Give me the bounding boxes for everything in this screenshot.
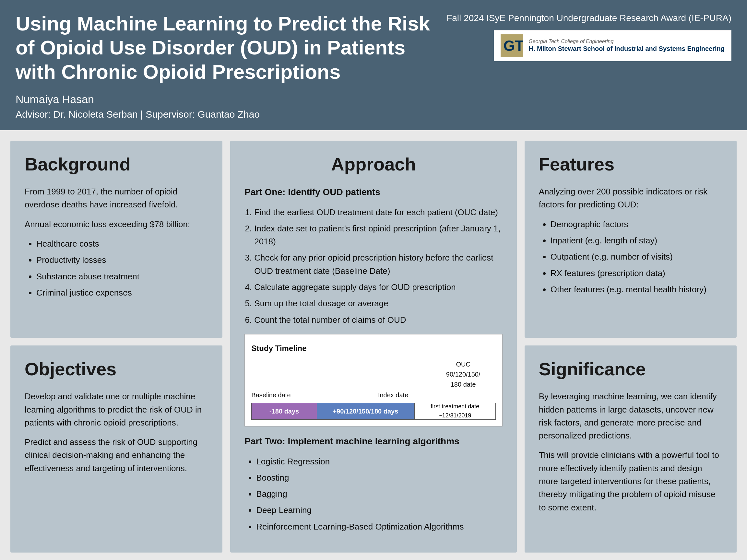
background-list: Healthcare costs Productivity losses Sub… bbox=[25, 237, 208, 299]
features-body: Analyzing over 200 possible indicators o… bbox=[539, 185, 722, 296]
advisor-info: Advisor: Dr. Nicoleta Serban | Superviso… bbox=[16, 109, 446, 120]
background-para1: From 1999 to 2017, the number of opioid … bbox=[25, 185, 208, 211]
significance-title: Significance bbox=[539, 358, 722, 379]
college-name: Georgia Tech College of Engineering bbox=[529, 38, 725, 45]
gt-logo-icon: GT bbox=[500, 34, 523, 57]
header-right: Fall 2024 ISyE Pennington Undergraduate … bbox=[446, 12, 731, 61]
list-item: Substance abuse treatment bbox=[36, 270, 208, 283]
index-label: Index date bbox=[378, 390, 408, 400]
timeline-labels: Baseline date Index date bbox=[251, 390, 495, 400]
list-item: Deep Learning bbox=[256, 504, 502, 516]
list-item: Other features (e.g. mental health histo… bbox=[550, 283, 722, 296]
background-card: Background From 1999 to 2017, the number… bbox=[10, 141, 223, 338]
part1-heading: Part One: Identify OUD patients bbox=[244, 185, 502, 199]
list-item: Bagging bbox=[256, 487, 502, 500]
features-title: Features bbox=[539, 154, 722, 175]
approach-body: Part One: Identify OUD patients Find the… bbox=[244, 185, 502, 533]
features-card: Features Analyzing over 200 possible ind… bbox=[524, 141, 737, 338]
approach-card: Approach Part One: Identify OUD patients… bbox=[230, 141, 516, 553]
list-item: Outpatient (e.g. number of visits) bbox=[550, 250, 722, 263]
list-item: Demographic factors bbox=[550, 218, 722, 231]
significance-para1: By leveraging machine learning, we can i… bbox=[539, 390, 722, 442]
list-item: Healthcare costs bbox=[36, 237, 208, 250]
features-list: Demographic factors Inpatient (e.g. leng… bbox=[539, 218, 722, 296]
list-item: Productivity losses bbox=[36, 254, 208, 266]
bar-purple: -180 days bbox=[252, 403, 317, 419]
ouc-dates-label: 90/120/150/ bbox=[446, 371, 481, 378]
header-left: Using Machine Learning to Predict the Ri… bbox=[16, 12, 446, 120]
part1-steps: Find the earliest OUD treatment date for… bbox=[244, 206, 502, 326]
significance-card: Significance By leveraging machine learn… bbox=[524, 345, 737, 553]
objectives-card: Objectives Develop and validate one or m… bbox=[10, 345, 223, 553]
main-content: Background From 1999 to 2017, the number… bbox=[0, 130, 747, 560]
timeline-bars: -180 days +90/120/150/180 days first tre… bbox=[251, 403, 495, 420]
background-para2: Annual economic loss exceeding $78 billi… bbox=[25, 218, 208, 231]
objectives-para2: Predict and assess the risk of OUD suppo… bbox=[25, 435, 208, 475]
list-item: Logistic Regression bbox=[256, 455, 502, 468]
logo-box: GT Georgia Tech College of Engineering H… bbox=[494, 30, 731, 61]
list-item: Criminal justice expenses bbox=[36, 286, 208, 299]
part2-heading: Part Two: Implement machine learning alg… bbox=[244, 434, 502, 448]
logo-text: Georgia Tech College of Engineering H. M… bbox=[529, 38, 725, 53]
list-item: Reinforcement Learning-Based Optimizatio… bbox=[256, 520, 502, 533]
author-name: Numaiya Hasan bbox=[16, 93, 446, 106]
background-title: Background bbox=[25, 154, 208, 175]
approach-title: Approach bbox=[244, 154, 502, 175]
list-item: Sum up the total dosage or average bbox=[254, 297, 502, 310]
list-item: Inpatient (e.g. length of stay) bbox=[550, 234, 722, 247]
award-text: Fall 2024 ISyE Pennington Undergraduate … bbox=[446, 12, 731, 24]
timeline-title: Study Timeline bbox=[251, 342, 495, 354]
school-name: H. Milton Stewart School of Industrial a… bbox=[529, 45, 725, 53]
bar-white: first treatment date ~12/31/2019 bbox=[414, 403, 495, 419]
list-item: Index date set to patient's first opioid… bbox=[254, 222, 502, 248]
list-item: Boosting bbox=[256, 471, 502, 484]
timeline-diagram: Study Timeline OUC 90/120/150/ 180 date … bbox=[244, 334, 502, 426]
header: Using Machine Learning to Predict the Ri… bbox=[0, 0, 747, 130]
objectives-title: Objectives bbox=[25, 358, 208, 379]
significance-para2: This will provide clinicians with a powe… bbox=[539, 449, 722, 514]
list-item: Count the total number of claims of OUD bbox=[254, 313, 502, 326]
baseline-label: Baseline date bbox=[251, 390, 290, 400]
significance-body: By leveraging machine learning, we can i… bbox=[539, 390, 722, 514]
objectives-para1: Develop and validate one or multiple mac… bbox=[25, 390, 208, 429]
bar-white-text: first treatment date ~12/31/2019 bbox=[431, 402, 479, 420]
ouc-date2-label: 180 date bbox=[450, 381, 476, 388]
list-item: Calculate aggregate supply days for OUD … bbox=[254, 281, 502, 294]
list-item: RX features (prescription data) bbox=[550, 267, 722, 280]
bar-blue: +90/120/150/180 days bbox=[317, 403, 414, 419]
list-item: Find the earliest OUD treatment date for… bbox=[254, 206, 502, 219]
objectives-body: Develop and validate one or multiple mac… bbox=[25, 390, 208, 475]
ouc-label: OUC bbox=[456, 361, 470, 368]
list-item: Check for any prior opioid prescription … bbox=[254, 251, 502, 277]
page-title: Using Machine Learning to Predict the Ri… bbox=[16, 12, 446, 84]
part2-list: Logistic Regression Boosting Bagging Dee… bbox=[244, 455, 502, 533]
svg-text:GT: GT bbox=[504, 37, 523, 54]
background-body: From 1999 to 2017, the number of opioid … bbox=[25, 185, 208, 299]
features-intro: Analyzing over 200 possible indicators o… bbox=[539, 185, 722, 211]
